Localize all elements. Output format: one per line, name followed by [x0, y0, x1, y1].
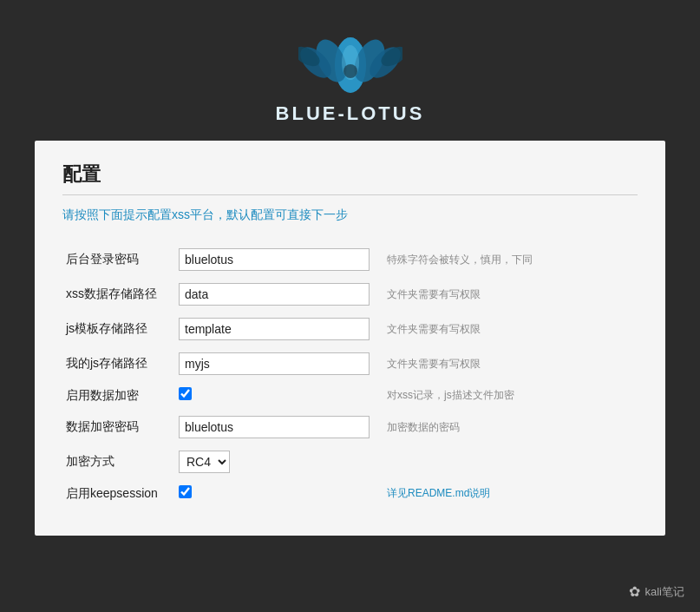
encrypt-enable-checkbox[interactable] — [179, 387, 192, 400]
label-keepsession: 启用keepsession — [62, 479, 175, 508]
form-row-encrypt-method: 加密方式 RC4 — [62, 444, 638, 479]
label-encrypt-password: 数据加密密码 — [62, 410, 175, 444]
input-cell-myjs-path — [175, 346, 383, 381]
label-myjs-path: 我的js存储路径 — [62, 346, 175, 381]
hint-encrypt-method — [383, 444, 638, 479]
admin-password-input[interactable] — [179, 248, 370, 271]
label-encrypt-enable: 启用数据加密 — [62, 381, 175, 410]
logo-icon — [298, 17, 402, 95]
form-row-encrypt-password: 数据加密密码 加密数据的密码 — [62, 410, 638, 444]
label-encrypt-method: 加密方式 — [62, 444, 175, 479]
hint-xss-path: 文件夹需要有写权限 — [383, 277, 638, 312]
hint-myjs-path: 文件夹需要有写权限 — [383, 346, 638, 381]
watermark-icon: ✿ — [629, 583, 640, 600]
hint-admin-password: 特殊字符会被转义，慎用，下同 — [383, 242, 638, 277]
form-row-password: 后台登录密码 特殊字符会被转义，慎用，下同 — [62, 242, 638, 277]
label-admin-password: 后台登录密码 — [62, 242, 175, 277]
input-cell-xss-path — [175, 277, 383, 312]
main-content: 配置 请按照下面提示配置xss平台，默认配置可直接下一步 后台登录密码 特殊字符… — [35, 141, 665, 536]
form-row-template-path: js模板存储路径 文件夹需要有写权限 — [62, 312, 638, 346]
page-title: 配置 — [62, 161, 638, 188]
input-cell-encrypt-password — [175, 410, 383, 444]
input-cell-template-path — [175, 312, 383, 346]
label-xss-path: xss数据存储路径 — [62, 277, 175, 312]
hint-encrypt-enable: 对xss记录，js描述文件加密 — [383, 381, 638, 410]
hint-encrypt-password: 加密数据的密码 — [383, 410, 638, 444]
encrypt-password-input[interactable] — [179, 416, 370, 438]
watermark: ✿ kali笔记 — [629, 583, 684, 600]
input-cell-keepsession — [175, 479, 383, 508]
form-row-encrypt-enable: 启用数据加密 对xss记录，js描述文件加密 — [62, 381, 638, 410]
myjs-path-input[interactable] — [179, 352, 370, 375]
watermark-text: kali笔记 — [644, 584, 684, 600]
encrypt-method-select[interactable]: RC4 — [179, 451, 230, 473]
xss-path-input[interactable] — [179, 283, 370, 306]
header: BLUE-LOTUS — [0, 0, 700, 141]
hint-keepsession: 详见README.md说明 — [383, 479, 638, 508]
template-path-input[interactable] — [179, 318, 370, 340]
input-cell-admin-password — [175, 242, 383, 277]
config-form: 后台登录密码 特殊字符会被转义，慎用，下同 xss数据存储路径 文件夹需要有写权… — [62, 242, 638, 508]
subtitle: 请按照下面提示配置xss平台，默认配置可直接下一步 — [62, 207, 638, 223]
input-cell-encrypt-method: RC4 — [175, 444, 383, 479]
input-cell-encrypt-enable — [175, 381, 383, 410]
form-row-xss-path: xss数据存储路径 文件夹需要有写权限 — [62, 277, 638, 312]
divider — [62, 194, 638, 195]
svg-point-7 — [343, 64, 357, 78]
hint-template-path: 文件夹需要有写权限 — [383, 312, 638, 346]
logo-title: BLUE-LOTUS — [276, 102, 425, 125]
form-row-keepsession: 启用keepsession 详见README.md说明 — [62, 479, 638, 508]
readme-link[interactable]: 详见README.md说明 — [387, 487, 490, 499]
keepsession-checkbox[interactable] — [179, 485, 192, 498]
form-row-myjs-path: 我的js存储路径 文件夹需要有写权限 — [62, 346, 638, 381]
label-template-path: js模板存储路径 — [62, 312, 175, 346]
